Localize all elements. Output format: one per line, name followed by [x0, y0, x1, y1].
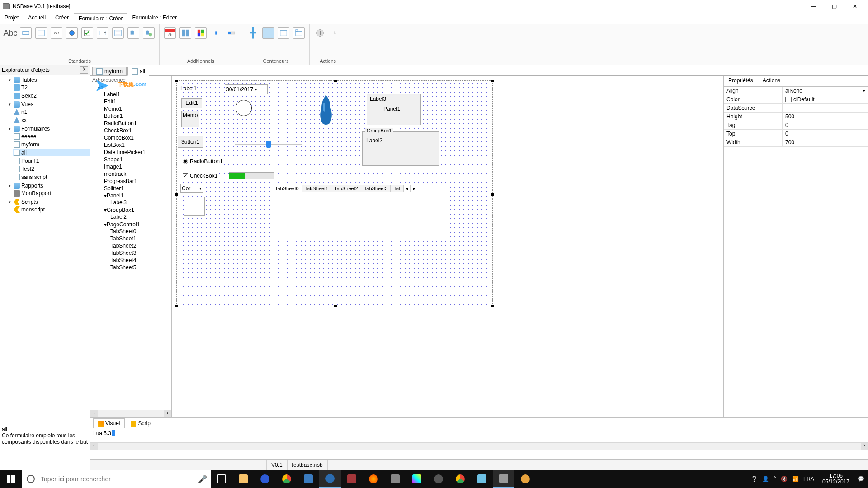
canvas-progressbar1[interactable]: [229, 172, 274, 179]
thunderbird-icon[interactable]: [319, 470, 341, 488]
tree-t2[interactable]: T2: [21, 84, 28, 91]
prop-val-width[interactable]: 700: [785, 139, 794, 145]
system-tray[interactable]: ❔ 👤 ˄ 🔇 📶 FRA 17:06 05/12/2017 💬: [747, 473, 868, 485]
tool-label-icon[interactable]: Abc: [5, 27, 16, 39]
arbo-all[interactable]: all: [100, 84, 106, 91]
tool-groupbox-icon[interactable]: [278, 27, 289, 39]
arbo-item[interactable]: Button1: [103, 113, 171, 119]
prop-val-top[interactable]: 0: [785, 131, 788, 137]
canvas-label3[interactable]: Label3: [370, 96, 386, 102]
arbo-item[interactable]: Shape1: [103, 156, 171, 163]
start-button[interactable]: [0, 470, 22, 488]
form-canvas[interactable]: Label1 30/01/2017▾ Edit1 Memo 3utton1 Ra…: [176, 80, 493, 306]
prop-val-height[interactable]: 500: [785, 113, 794, 120]
paint-icon[interactable]: [514, 470, 536, 488]
tool-edit-icon[interactable]: [20, 27, 32, 39]
explorer-icon[interactable]: [232, 470, 254, 488]
tree-pourt1[interactable]: PourT1: [21, 158, 39, 164]
tool-combobox-icon[interactable]: [97, 27, 108, 39]
chrome-icon[interactable]: [276, 470, 297, 488]
tree-eeeee[interactable]: eeeee: [21, 133, 36, 140]
canvas-montrack[interactable]: [235, 140, 302, 149]
canvas-label2[interactable]: Label2: [366, 137, 382, 144]
tool-slider-icon[interactable]: [210, 27, 222, 39]
arbo-hscroll[interactable]: ‹›: [90, 410, 171, 417]
arbo-item[interactable]: TabSheet0: [109, 228, 171, 235]
tray-chevron-icon[interactable]: ˄: [774, 476, 776, 482]
menu-form-creer[interactable]: Formulaire : Créer: [74, 13, 127, 24]
canvas-image1[interactable]: [308, 90, 344, 131]
canvas-shape1[interactable]: [236, 100, 252, 116]
props-tab-actions[interactable]: Actions: [758, 76, 785, 86]
tool-dbnav-icon[interactable]: [127, 27, 139, 39]
tree-test2[interactable]: Test2: [21, 166, 34, 172]
search-input[interactable]: [40, 470, 194, 488]
chrome2-icon[interactable]: [449, 470, 471, 488]
explorer-tree[interactable]: ▾Tables T2 Sexe2 ▾Vues n1 xx ▾Formulaire…: [0, 75, 90, 424]
arbo-item[interactable]: TabSheet1: [109, 235, 171, 242]
arbo-item[interactable]: TabSheet2: [109, 243, 171, 249]
tree-tables[interactable]: Tables: [21, 77, 37, 83]
tool-listbox-icon[interactable]: [112, 27, 124, 39]
canvas-tabsheet-more[interactable]: Tal: [391, 185, 403, 192]
tree-scripts[interactable]: Scripts: [21, 199, 38, 205]
mic-icon[interactable]: 🎤: [194, 475, 211, 483]
tree-n1[interactable]: n1: [21, 109, 27, 115]
arbo-item[interactable]: TabSheet5: [109, 264, 171, 271]
arbo-item[interactable]: Label1: [103, 91, 171, 98]
arbo-item[interactable]: ComboBox1: [103, 135, 171, 141]
people-icon[interactable]: 👤: [762, 476, 769, 482]
console-hscroll[interactable]: ‹›: [90, 442, 868, 450]
canvas-memo1[interactable]: Memo: [181, 111, 199, 127]
tree-sans-script[interactable]: sans script: [21, 174, 47, 180]
app-icon-1[interactable]: [254, 470, 276, 488]
nsbase-icon[interactable]: [493, 470, 514, 488]
arbo-item[interactable]: Splitter1: [103, 185, 171, 192]
arbo-item[interactable]: CheckBox1: [103, 127, 171, 134]
taskbar-search[interactable]: 🎤: [22, 470, 211, 488]
taskbar-clock[interactable]: 17:06 05/12/2017: [819, 473, 853, 485]
settings-icon[interactable]: [428, 470, 449, 488]
canvas-checkbox1[interactable]: ✓CheckBox1: [181, 172, 219, 179]
tree-formulaires[interactable]: Formulaires: [21, 126, 50, 132]
minimize-button[interactable]: —: [803, 0, 824, 13]
arbo-item[interactable]: Edit1: [103, 99, 171, 105]
properties-grid[interactable]: AlignalNone▾ ColorclDefault DataSource H…: [724, 87, 868, 417]
tool-colorgrid-icon[interactable]: [195, 27, 207, 39]
menu-form-editer[interactable]: Formulaire : Editer: [127, 13, 182, 24]
arbo-item[interactable]: TabSheet3: [109, 250, 171, 256]
maximize-button[interactable]: ▢: [824, 0, 844, 13]
canvas-tabsheet1[interactable]: TabSheet1: [302, 185, 332, 192]
tree-monscript[interactable]: monscript: [21, 206, 45, 213]
prop-val-color[interactable]: clDefault: [793, 96, 815, 103]
tabs-scroll-right[interactable]: ▸: [410, 185, 418, 192]
arbo-item[interactable]: ProgressBar1: [103, 178, 171, 184]
arbo-item[interactable]: Memo1: [103, 106, 171, 112]
arbo-item[interactable]: Label3: [109, 199, 171, 206]
access-icon[interactable]: [341, 470, 363, 488]
canvas-radiobutton1[interactable]: RadioButton1: [181, 158, 224, 165]
tree-rapports[interactable]: Rapports: [21, 183, 43, 189]
arborescence-tree[interactable]: ▾all Label1 Edit1 Memo1 Button1 RadioBut…: [90, 84, 171, 410]
canvas-tabsheet3[interactable]: TabSheet3: [361, 185, 391, 192]
prop-val-align[interactable]: alNone: [785, 88, 802, 94]
language-indicator[interactable]: FRA: [803, 476, 814, 482]
explorer-close-button[interactable]: X: [80, 66, 88, 74]
menu-creer[interactable]: Créer: [51, 13, 74, 24]
menu-accueil[interactable]: Accueil: [24, 13, 51, 24]
view-tab-visuel[interactable]: Visuel: [93, 418, 125, 428]
arbo-item[interactable]: RadioButton1: [103, 120, 171, 127]
help-icon[interactable]: ❔: [751, 476, 758, 482]
props-tab-properties[interactable]: Propriétés: [724, 76, 758, 86]
tab-all[interactable]: all: [127, 67, 149, 76]
arbo-pagecontrol1[interactable]: PageControl1: [107, 221, 140, 228]
tree-vues[interactable]: Vues: [21, 101, 33, 108]
tabs-scroll-left[interactable]: ◂: [403, 185, 410, 192]
action-run-icon[interactable]: [330, 27, 341, 39]
volume-icon[interactable]: 🔇: [781, 476, 788, 482]
arbo-item[interactable]: DateTimePicker1: [103, 149, 171, 155]
tool-dbgrid-icon[interactable]: [143, 27, 155, 39]
tool-radio-icon[interactable]: [66, 27, 78, 39]
tree-myform[interactable]: myform: [21, 141, 39, 148]
canvas-listbox1[interactable]: [184, 197, 205, 216]
